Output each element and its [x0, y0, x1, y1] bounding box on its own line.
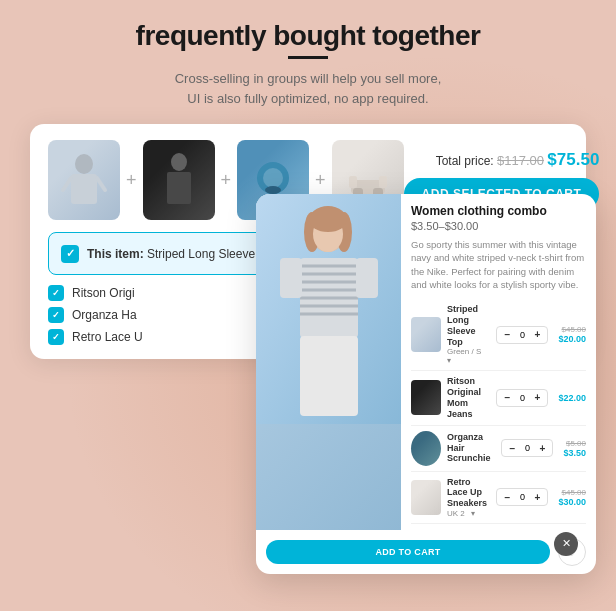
- mini-qty-control-1: − 0 +: [496, 326, 548, 344]
- qty-plus-2[interactable]: +: [531, 392, 543, 404]
- mini-product-row-2: Ritson Original Mom Jeans − 0 + $22.00: [411, 371, 586, 425]
- mini-product-info-1: Striped Long Sleeve Top Green / S ▾: [447, 304, 490, 365]
- cards-container: + + +: [30, 124, 586, 359]
- second-card-info: Women clothing combo $3.50–$30.00 Go spo…: [401, 194, 596, 530]
- list-item-checkbox-2[interactable]: [48, 307, 64, 323]
- subtitle: Cross-selling in groups will help you se…: [30, 69, 586, 108]
- product-thumb-1: [48, 140, 120, 220]
- plus-1: +: [126, 170, 137, 191]
- qty-minus-3[interactable]: −: [506, 442, 518, 454]
- list-item-checkbox-1[interactable]: [48, 285, 64, 301]
- second-card-image: [256, 194, 401, 530]
- svg-rect-28: [280, 258, 302, 298]
- svg-line-2: [63, 178, 71, 190]
- svg-rect-13: [379, 176, 387, 188]
- second-card: Women clothing combo $3.50–$30.00 Go spo…: [256, 194, 596, 574]
- svg-rect-1: [71, 174, 97, 204]
- plus-2: +: [221, 170, 232, 191]
- mini-product-row-1: Striped Long Sleeve Top Green / S ▾ − 0 …: [411, 299, 586, 371]
- second-card-top: Women clothing combo $3.50–$30.00 Go spo…: [256, 194, 596, 530]
- qty-plus-1[interactable]: +: [531, 329, 543, 341]
- mini-product-info-4: Retro Lace Up Sneakers UK 2 ▾: [447, 477, 490, 518]
- svg-point-7: [263, 168, 283, 188]
- second-card-title: Women clothing combo: [411, 204, 586, 218]
- title-underline: [288, 56, 328, 59]
- svg-point-0: [75, 154, 93, 174]
- qty-minus-4[interactable]: −: [501, 491, 513, 503]
- total-price-line: Total price: $117.00 $75.50: [436, 150, 600, 170]
- second-add-cart-button[interactable]: ADD TO CART: [266, 540, 550, 564]
- mini-product-row-3: Organza Hair Scrunchie − 0 + $5.00 $3.50: [411, 426, 586, 472]
- product-thumb-2: [143, 140, 215, 220]
- close-button[interactable]: ✕: [554, 532, 578, 556]
- mini-product-row-4: Retro Lace Up Sneakers UK 2 ▾ − 0 + $45.…: [411, 472, 586, 524]
- qty-minus-1[interactable]: −: [501, 329, 513, 341]
- svg-point-31: [309, 208, 347, 232]
- total-price-new: $75.50: [547, 150, 599, 169]
- main-container: frequently bought together Cross-selling…: [0, 0, 616, 379]
- mini-thumb-1: [411, 317, 441, 352]
- second-card-footer: ADD TO CART ♡: [256, 530, 596, 574]
- second-card-body: Women clothing combo $3.50–$30.00 Go spo…: [256, 194, 596, 574]
- svg-rect-30: [300, 336, 358, 416]
- mini-product-info-2: Ritson Original Mom Jeans: [447, 376, 490, 419]
- svg-rect-29: [356, 258, 378, 298]
- list-item-checkbox-3[interactable]: [48, 329, 64, 345]
- svg-point-4: [171, 153, 187, 171]
- plus-3: +: [315, 170, 326, 191]
- mini-qty-control-4: − 0 +: [496, 488, 548, 506]
- total-price-old: $117.00: [497, 153, 544, 168]
- mini-product-info-3: Organza Hair Scrunchie: [447, 432, 495, 464]
- mini-qty-control-3: − 0 +: [501, 439, 553, 457]
- svg-rect-5: [167, 172, 191, 204]
- svg-point-8: [265, 186, 281, 194]
- mini-qty-control-2: − 0 +: [496, 389, 548, 407]
- svg-rect-12: [349, 176, 357, 188]
- qty-plus-3[interactable]: +: [536, 442, 548, 454]
- second-card-description: Go sporty this summer with this vintage …: [411, 238, 586, 291]
- mini-thumb-2: [411, 380, 441, 415]
- mini-thumb-3: [411, 431, 441, 466]
- qty-plus-4[interactable]: +: [531, 491, 543, 503]
- svg-line-3: [97, 178, 105, 190]
- mini-thumb-4: [411, 480, 441, 515]
- second-card-price-range: $3.50–$30.00: [411, 220, 586, 232]
- qty-minus-2[interactable]: −: [501, 392, 513, 404]
- page-title: frequently bought together: [30, 20, 586, 52]
- this-item-label: This item: Striped Long Sleeve Top: [87, 247, 278, 261]
- this-item-checkbox[interactable]: [61, 245, 79, 263]
